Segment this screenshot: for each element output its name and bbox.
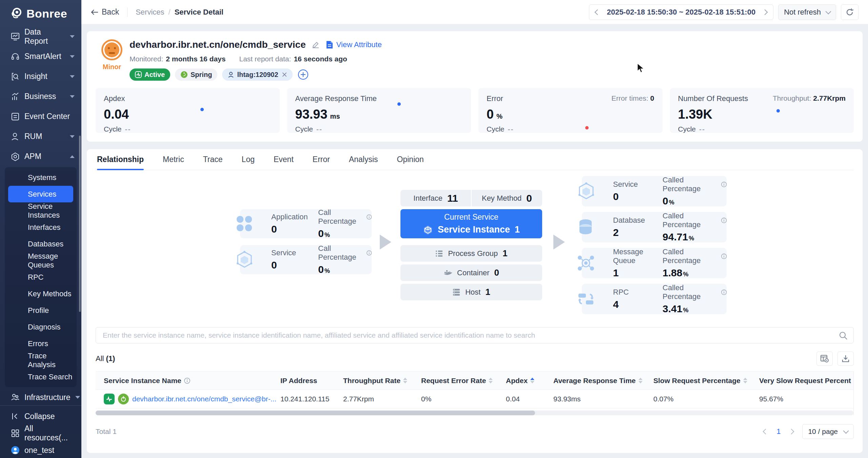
- prev-page-button[interactable]: [763, 429, 769, 435]
- relation-card-database[interactable]: Database 2 Called Percentage 94.71%: [582, 212, 727, 242]
- sort-icon[interactable]: [489, 378, 493, 383]
- search-icon[interactable]: [839, 331, 848, 340]
- col-header-apdex[interactable]: Apdex: [506, 377, 553, 385]
- col-header-service-instance-name[interactable]: Service Instance Name: [96, 377, 280, 385]
- download-button[interactable]: [837, 352, 854, 366]
- col-header-throughput-rate[interactable]: Throughput Rate: [343, 377, 421, 385]
- collapse-button[interactable]: Collapse: [0, 408, 81, 425]
- current-service-box[interactable]: Current Service Service Instance 1: [400, 209, 542, 238]
- page-number[interactable]: 1: [776, 427, 781, 436]
- sidebar-item-label: Event Center: [24, 112, 75, 121]
- table-row[interactable]: devharbor.ibr.net.cn/one/cmdb_service@br…: [96, 390, 853, 409]
- sidebar-item-data-report[interactable]: Data Report: [0, 26, 81, 46]
- view-attribute-link[interactable]: View Attribute: [326, 40, 382, 49]
- sort-icon[interactable]: [403, 378, 407, 383]
- date-range-picker[interactable]: 2025-02-18 15:50:30 ~ 2025-02-18 15:51:0…: [589, 4, 774, 20]
- refresh-button[interactable]: [841, 4, 859, 20]
- search-input[interactable]: [96, 327, 854, 343]
- metric-card-apdex[interactable]: Apdex 0.04 Cycle--: [96, 88, 280, 133]
- custom-tag[interactable]: lhtag:120902: [222, 68, 292, 81]
- tab-relationship[interactable]: Relationship: [97, 149, 144, 170]
- info-icon[interactable]: [367, 250, 372, 256]
- col-header-request-error-rate[interactable]: Request Error Rate: [421, 377, 506, 385]
- scrollbar-thumb[interactable]: [96, 411, 535, 415]
- relation-card-rpc[interactable]: RPC 4 Called Percentage 3.41%: [582, 284, 727, 314]
- relation-card-service-caller[interactable]: Service 0 Call Percentage 0%: [240, 245, 372, 274]
- cycle-label: Cycle: [487, 125, 505, 133]
- sidebar-item-profile[interactable]: Profile: [8, 302, 73, 319]
- tab-opinion[interactable]: Opinion: [397, 149, 424, 170]
- sub-item-label: Trace Analysis: [28, 352, 73, 369]
- add-tag-button[interactable]: [297, 69, 309, 80]
- tab-error[interactable]: Error: [313, 149, 330, 170]
- sort-icon[interactable]: [743, 378, 747, 383]
- sidebar-item-errors[interactable]: Errors: [8, 335, 73, 352]
- sidebar-item-interfaces[interactable]: Interfaces: [8, 219, 73, 236]
- spring-icon: [180, 71, 188, 78]
- sidebar-item-infrastructure[interactable]: Infrastructure: [0, 389, 81, 405]
- edit-icon[interactable]: [311, 40, 320, 49]
- chevron-down-icon: [70, 75, 75, 78]
- next-page-button[interactable]: [789, 429, 794, 435]
- sidebar-item-key-methods[interactable]: Key Methods: [8, 285, 73, 302]
- info-icon[interactable]: [184, 378, 190, 384]
- sidebar-item-service-instances[interactable]: Service Instances: [8, 202, 73, 219]
- refresh-mode-select[interactable]: Not refresh: [778, 4, 836, 20]
- process-group-cell[interactable]: Process Group1: [400, 245, 542, 262]
- back-button[interactable]: Back: [91, 7, 119, 17]
- sidebar-item-apm[interactable]: APM: [0, 146, 81, 166]
- tab-trace[interactable]: Trace: [203, 149, 223, 170]
- sort-icon-active[interactable]: [530, 378, 534, 383]
- tab-event[interactable]: Event: [274, 149, 294, 170]
- service-instance-link[interactable]: devharbor.ibr.net.cn/one/cmdb_service@br…: [132, 395, 276, 403]
- sidebar-item-smartalert[interactable]: SmartAlert: [0, 46, 81, 66]
- col-header-average-response-time[interactable]: Average Response Time: [553, 377, 653, 385]
- sidebar-item-trace-analysis[interactable]: Trace Analysis: [8, 352, 73, 369]
- col-header-very-slow-request-percent[interactable]: Very Slow Request Percent: [759, 377, 853, 385]
- sidebar-item-trace-search[interactable]: Trace Search: [8, 369, 73, 385]
- sidebar-item-rum[interactable]: RUM: [0, 126, 81, 146]
- column-settings-button[interactable]: [816, 352, 833, 366]
- all-resources-button[interactable]: All resources(...: [0, 425, 81, 442]
- tab-log[interactable]: Log: [242, 149, 255, 170]
- container-cell[interactable]: Container0: [400, 264, 542, 281]
- info-icon[interactable]: [721, 181, 727, 187]
- horizontal-scrollbar[interactable]: [96, 411, 853, 415]
- sidebar-item-diagnosis[interactable]: Diagnosis: [8, 319, 73, 335]
- sidebar-item-insight[interactable]: Insight: [0, 66, 81, 86]
- page-size-select[interactable]: 10 / page: [802, 424, 854, 439]
- sidebar-item-databases[interactable]: Databases: [8, 236, 73, 252]
- interface-cell[interactable]: Interface11: [400, 190, 471, 206]
- breadcrumb-services[interactable]: Services: [136, 8, 164, 17]
- close-icon[interactable]: [282, 72, 287, 77]
- key-method-cell[interactable]: Key Method0: [472, 190, 542, 206]
- sidebar-item-services[interactable]: Services: [8, 186, 73, 202]
- sidebar-scrollbar[interactable]: [79, 136, 81, 312]
- chevron-left-icon[interactable]: [594, 9, 600, 15]
- metric-card-avg-response[interactable]: Average Response Time 93.93ms Cycle--: [287, 88, 471, 133]
- sidebar-item-message-queues[interactable]: Message Queues: [8, 252, 73, 269]
- sidebar-item-systems[interactable]: Systems: [8, 169, 73, 186]
- user-menu[interactable]: one_test: [0, 442, 81, 458]
- metric-card-error[interactable]: Error Error times:0 0% Cycle--: [478, 88, 663, 133]
- info-icon[interactable]: [367, 214, 372, 220]
- sidebar-item-event-center[interactable]: Event Center: [0, 106, 81, 126]
- info-icon[interactable]: [721, 253, 727, 259]
- col-header-ip-address[interactable]: IP Address: [280, 377, 343, 385]
- info-icon[interactable]: [721, 289, 727, 295]
- metric-card-requests[interactable]: Number Of Requests Throughput:2.77Krpm 1…: [670, 88, 854, 133]
- relation-card-application[interactable]: Application 0 Call Percentage 0%: [240, 209, 372, 238]
- relation-card-message-queue[interactable]: Message Queue 1 Called Percentage 1.88%: [582, 248, 727, 278]
- info-icon[interactable]: [721, 217, 727, 223]
- sort-icon[interactable]: [638, 378, 643, 383]
- relation-card-service-callee[interactable]: Service 0 Called Percentage 0%: [582, 176, 727, 206]
- logo[interactable]: Bonree: [0, 0, 81, 26]
- sidebar-item-business[interactable]: Business: [0, 86, 81, 106]
- tab-metric[interactable]: Metric: [163, 149, 184, 170]
- tab-analysis[interactable]: Analysis: [349, 149, 378, 170]
- process-group-icon: [435, 250, 443, 258]
- host-cell[interactable]: Host1: [400, 284, 542, 300]
- chevron-right-icon[interactable]: [762, 9, 768, 15]
- col-header-slow-request-percentage[interactable]: Slow Request Percentage: [653, 377, 759, 385]
- sidebar-item-rpc[interactable]: RPC: [8, 269, 73, 285]
